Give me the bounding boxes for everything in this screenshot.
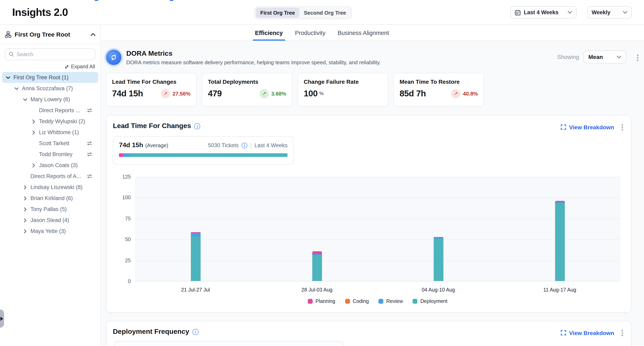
chevron-down-icon[interactable] (6, 75, 10, 79)
info-icon[interactable]: i (194, 123, 200, 129)
chevron-right-icon[interactable] (23, 218, 27, 222)
sidebar-flyout-handle[interactable] (0, 309, 4, 328)
y-axis-tick-label: 50 (114, 237, 131, 242)
filter-sliders-icon[interactable] (86, 140, 92, 146)
y-axis-tick-label: 25 (114, 258, 131, 263)
date-range-value: Last 4 Weeks (524, 9, 558, 16)
tree-item-jason-coats-3[interactable]: Jason Coats (3) (2, 160, 98, 171)
view-breakdown-label: View Breakdown (569, 124, 614, 130)
phase-segment-deployment (129, 153, 288, 157)
tree-item-label: Jason Stead (4) (30, 217, 69, 223)
metric-delta: 27.56% (172, 90, 190, 97)
metric-unit: % (319, 91, 324, 96)
tree-item-lindsay-liszewski-8[interactable]: Lindsay Liszewski (8) (2, 182, 98, 193)
view-breakdown-button[interactable]: View Breakdown (561, 330, 614, 336)
tree-item-liz-whittome-1[interactable]: Liz Whittome (1) (2, 127, 98, 138)
tab-business-alignment[interactable]: Business Alignment (338, 25, 389, 41)
view-breakdown-label: View Breakdown (569, 330, 614, 336)
lead-time-panel: Lead Time For Changes i View Breakdown (106, 115, 632, 313)
filter-sliders-icon[interactable] (86, 173, 92, 179)
gridline (135, 219, 620, 219)
tree-item-label: Anna Scozzafava (7) (22, 85, 73, 91)
tree-item-anna-scozzafava-7[interactable]: Anna Scozzafava (7) (2, 83, 98, 94)
chevron-down-icon[interactable] (14, 86, 19, 90)
tree-item-first-org-tree-root-1[interactable]: First Org Tree Root (1) (2, 72, 98, 83)
chevron-down-icon (617, 56, 621, 58)
main-content: DORA Metrics DORA metrics measure softwa… (101, 41, 644, 346)
date-range-dropdown[interactable]: Last 4 Weeks (510, 6, 576, 19)
dora-menu-button[interactable] (635, 53, 640, 62)
stacked-bar-28-jul-03-aug[interactable] (312, 251, 322, 281)
collapse-chevron-up-icon[interactable] (90, 33, 96, 36)
chart-plot-area (135, 177, 620, 281)
tree-item-teddy-wylupski-2[interactable]: Teddy Wylupski (2) (2, 116, 98, 127)
tree-item-jason-stead-4[interactable]: Jason Stead (4) (2, 215, 98, 226)
lead-time-chart: PlanningCodingReviewDeployment 025507510… (113, 175, 625, 297)
y-axis-tick-label: 100 (114, 195, 131, 201)
tree-item-direct-reports-of-a[interactable]: Direct Reports of A... (2, 171, 98, 182)
chevron-down-icon[interactable] (23, 97, 27, 101)
deployment-frequency-menu-button[interactable] (620, 328, 624, 338)
tree-item-brian-kirkland-6[interactable]: Brian Kirkland (6) (2, 193, 98, 204)
expand-diagonal-icon (64, 64, 69, 69)
lead-time-menu-button[interactable] (620, 122, 624, 132)
metric-title: Total Deployments (208, 78, 286, 85)
tab-efficiency[interactable]: Efficiency (255, 25, 283, 41)
legend-item-planning[interactable]: Planning (308, 298, 335, 304)
metric-value: 85d 7h (400, 89, 426, 98)
chevron-right-icon[interactable] (32, 130, 36, 134)
metric-value: 100 (304, 89, 318, 98)
view-breakdown-button[interactable]: View Breakdown (561, 124, 614, 130)
tree-item-scott-tarkett[interactable]: Scott Tarkett (2, 138, 98, 149)
chevron-right-icon[interactable] (23, 229, 27, 233)
tree-item-tony-pallas-5[interactable]: Tony Pallas (5) (2, 204, 98, 215)
sidebar-search[interactable] (5, 48, 96, 60)
deployment-frequency-title-row: Deployment Frequency i (113, 328, 198, 336)
metric-delta: 40.8% (463, 90, 478, 97)
legend-item-review[interactable]: Review (379, 298, 403, 304)
expand-all-button[interactable]: Expand All (5, 64, 95, 70)
tree-item-todd-bromley[interactable]: Todd Bromley (2, 149, 98, 160)
chevron-right-icon[interactable] (23, 207, 27, 211)
info-icon[interactable]: i (242, 142, 247, 148)
tree-item-direct-reports[interactable]: Direct Reports ... (2, 105, 98, 116)
legend-item-coding[interactable]: Coding (345, 298, 369, 304)
search-input[interactable] (17, 51, 91, 57)
tree-item-label: Todd Bromley (39, 151, 72, 157)
chevron-right-icon[interactable] (32, 119, 36, 123)
tree-item-label: Liz Whittome (1) (39, 129, 79, 135)
org-toggle-first-org-tree[interactable]: First Org Tree (256, 8, 300, 18)
summary-value: 74d 15h (119, 141, 143, 149)
org-tree-toggle[interactable]: First Org TreeSecond Org Tree (254, 7, 352, 19)
stacked-bar-04-aug-10-aug[interactable] (434, 237, 443, 281)
phase-segment-review (123, 153, 129, 157)
metric-card-total-deployments: Total Deployments479↗3.68% (202, 73, 292, 106)
summary-range: Last 4 Weeks (254, 142, 288, 148)
aggregation-dropdown[interactable]: Mean (584, 50, 626, 63)
org-tree-sidebar: First Org Tree Root Expand All First Org… (0, 25, 101, 346)
bar-segment-review (191, 233, 200, 237)
tab-productivity[interactable]: Productivity (295, 25, 326, 41)
filter-sliders-icon[interactable] (86, 151, 92, 157)
tree-item-maya-yette-3[interactable]: Maya Yette (3) (2, 226, 98, 237)
chevron-right-icon[interactable] (23, 196, 27, 200)
granularity-dropdown[interactable]: Weekly (587, 6, 632, 19)
stacked-bar-11-aug-17-aug[interactable] (555, 201, 564, 281)
gridline (135, 198, 620, 198)
breakdown-expand-icon (561, 125, 566, 130)
legend-item-deployment[interactable]: Deployment (413, 298, 448, 304)
divider: | (250, 142, 252, 148)
tree-item-mary-lowery-6[interactable]: Mary Lowery (6) (2, 94, 98, 105)
filter-sliders-icon[interactable] (86, 107, 92, 113)
chevron-right-icon[interactable] (23, 185, 27, 189)
deployment-summary-card-clipped (114, 341, 344, 346)
info-icon[interactable]: i (192, 329, 198, 335)
stacked-bar-21-jul-27-jul[interactable] (191, 232, 200, 281)
gridline (135, 240, 620, 240)
tree-item-label: Tony Pallas (5) (30, 206, 67, 212)
chevron-right-icon[interactable] (32, 163, 36, 167)
org-toggle-second-org-tree[interactable]: Second Org Tree (300, 8, 351, 18)
main-tab-bar: EfficiencyProductivityBusiness Alignment (101, 25, 644, 41)
top-bar: Insights 2.0 First Org TreeSecond Org Tr… (0, 0, 644, 25)
dora-metrics-header: DORA Metrics DORA metrics measure softwa… (106, 50, 638, 65)
